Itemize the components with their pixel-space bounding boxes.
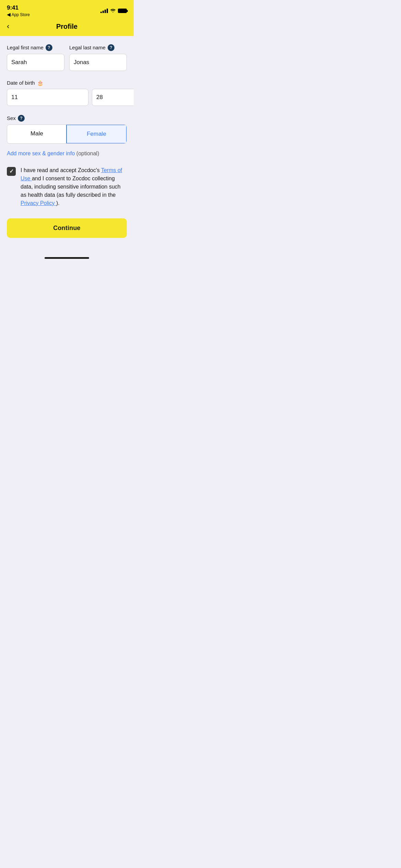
dob-label: Date of birth 🎂 bbox=[7, 80, 127, 86]
sex-toggle: Male Female bbox=[7, 124, 127, 144]
last-name-input[interactable] bbox=[69, 54, 127, 71]
sex-help-icon[interactable]: ? bbox=[18, 115, 25, 122]
status-time: 9:41 bbox=[7, 5, 30, 11]
continue-button[interactable]: Continue bbox=[7, 218, 127, 238]
last-name-help-icon[interactable]: ? bbox=[108, 44, 114, 51]
terms-text: I have read and accept Zocdoc's Terms of… bbox=[21, 166, 127, 207]
last-name-label: Legal last name ? bbox=[69, 44, 127, 51]
home-bar bbox=[45, 257, 89, 259]
nav-bar: ‹ Profile bbox=[0, 19, 134, 36]
carrier-label: ◀ App Store bbox=[7, 12, 30, 17]
wifi-icon bbox=[110, 8, 116, 14]
signal-icon bbox=[100, 9, 108, 13]
status-bar: 9:41 ◀ App Store bbox=[0, 0, 134, 19]
checkmark-icon: ✓ bbox=[9, 168, 14, 174]
sex-option-male[interactable]: Male bbox=[7, 125, 66, 143]
sex-option-female[interactable]: Female bbox=[66, 124, 127, 144]
terms-row: ✓ I have read and accept Zocdoc's Terms … bbox=[7, 166, 127, 207]
form-content: Legal first name ? Legal last name ? Dat… bbox=[0, 36, 134, 245]
name-row: Legal first name ? Legal last name ? bbox=[7, 44, 127, 71]
page-title: Profile bbox=[56, 23, 77, 31]
first-name-group: Legal first name ? bbox=[7, 44, 64, 71]
dob-section: Date of birth 🎂 bbox=[7, 80, 127, 106]
sex-label: Sex ? bbox=[7, 115, 127, 122]
home-indicator bbox=[0, 252, 134, 262]
optional-text: (optional) bbox=[76, 150, 99, 156]
dob-day-input[interactable] bbox=[92, 89, 134, 106]
last-name-group: Legal last name ? bbox=[69, 44, 127, 71]
add-more-gender-link[interactable]: Add more sex & gender info bbox=[7, 150, 76, 156]
dob-month-input[interactable] bbox=[7, 89, 88, 106]
first-name-help-icon[interactable]: ? bbox=[46, 44, 52, 51]
add-more-row: Add more sex & gender info (optional) bbox=[7, 150, 127, 157]
status-left: 9:41 ◀ App Store bbox=[7, 5, 30, 17]
sex-section: Sex ? Male Female bbox=[7, 115, 127, 144]
first-name-label: Legal first name ? bbox=[7, 44, 64, 51]
first-name-input[interactable] bbox=[7, 54, 64, 71]
dob-fields bbox=[7, 89, 127, 106]
terms-checkbox[interactable]: ✓ bbox=[7, 167, 16, 176]
status-icons bbox=[100, 8, 127, 14]
battery-icon bbox=[118, 9, 127, 13]
back-button[interactable]: ‹ bbox=[7, 22, 9, 31]
privacy-policy-link[interactable]: Privacy Policy bbox=[21, 200, 56, 206]
